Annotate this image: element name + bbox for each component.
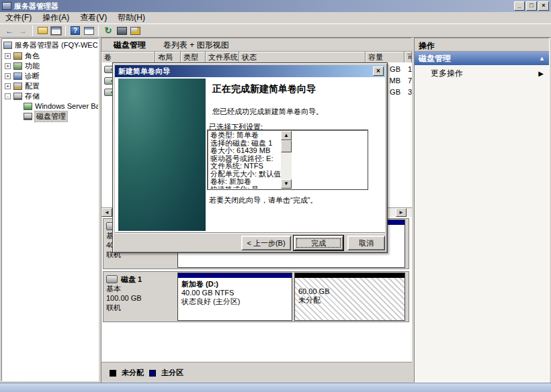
scroll-left-icon[interactable]: ◄ [101,208,112,217]
help-icon[interactable]: ? [69,26,81,36]
back-button[interactable]: < 上一步(B) [241,236,291,250]
menu-action[interactable]: 操作(A) [37,11,75,25]
tree-item-label: 存储 [25,91,40,101]
refresh-icon[interactable]: ↻ [102,26,114,36]
disk1-unallocated-space[interactable]: 60.00 GB 未分配 [294,273,405,321]
wizard-intro-text: 您已经成功完成新建简单卷向导。 [212,107,380,117]
dialog-button-strip: < 上一步(B) 完成 取消 [115,232,385,250]
listbox-scrollbar[interactable]: ▲ ▼ [281,131,292,189]
legend: 未分配 主分区 [101,362,412,383]
window-title: 服务器管理器 [14,1,513,11]
tree-item-roles[interactable]: + 角色 [5,51,40,60]
tree-item-features[interactable]: + 功能 [5,61,40,70]
dialog-title: 新建简单卷向导 [118,66,170,77]
legend-primary-swatch [149,370,156,377]
tree-item-diagnostics[interactable]: + 诊断 [5,71,40,81]
more-actions-item[interactable]: 更多操作 ▶ [415,65,549,81]
disk1-tier: 基本 [106,284,173,293]
diagnostics-icon [13,72,22,80]
column-layout[interactable]: 布局 [155,52,181,62]
features-icon [13,62,22,70]
view-header: 磁盘管理 卷列表 + 图形视图 [101,38,412,52]
finish-button[interactable]: 完成 [294,236,343,250]
wizard-footer-text: 若要关闭此向导，请单击“完成”。 [209,195,377,205]
partition-color-bar [295,273,405,278]
column-type[interactable]: 类型 [181,52,206,62]
expander-icon[interactable]: + [5,83,11,89]
menubar: 文件(F) 操作(A) 查看(V) 帮助(H) [0,12,551,24]
tree-item-disk-management[interactable]: 磁盘管理 [24,111,67,121]
toolbar-separator [65,26,66,36]
expander-icon[interactable]: - [5,93,11,99]
partition-size: 40.00 GB NTFS [181,289,288,297]
disk1-status: 联机 [106,303,173,312]
partition-status: 状态良好 (主分区) [181,297,288,306]
tree-item-configuration[interactable]: + 配置 [5,81,40,91]
show-window-icon[interactable] [83,26,95,36]
restore-button[interactable]: □ [526,1,537,11]
disk1-label[interactable]: 磁盘 1 基本 100.00 GB 联机 [103,272,176,322]
scrollbar-thumb[interactable] [281,140,292,152]
menu-help[interactable]: 帮助(H) [112,11,151,25]
column-filesystem[interactable]: 文件系统 [206,52,239,62]
actions-section-title: 磁盘管理 [419,53,451,64]
wizard-heading: 正在完成新建简单卷向导 [212,83,382,95]
unallocated-size: 60.00 GB [298,287,401,296]
new-simple-volume-wizard-dialog: 新建简单卷向导 × 正在完成新建简单卷向导 您已经成功完成新建简单卷向导。 已选… [112,62,388,253]
disk-icon [106,275,118,283]
actions-pane: 操作 磁盘管理 ▲ 更多操作 ▶ [414,38,550,383]
expander-icon[interactable]: + [5,73,11,79]
console-tree-icon[interactable] [50,26,62,36]
close-button[interactable]: × [538,1,549,11]
partition-color-bar [178,273,292,278]
column-capacity[interactable]: 容量 [366,52,405,62]
menu-view[interactable]: 查看(V) [75,11,112,25]
tree-item-windows-server-backup[interactable]: Windows Server Backup [24,101,99,111]
server-manager-window: 服务器管理器 _ □ × 文件(F) 操作(A) 查看(V) 帮助(H) ← →… [0,0,551,392]
actions-section-disk-management[interactable]: 磁盘管理 ▲ [415,52,549,65]
actions-header: 操作 [415,38,549,52]
expander-icon[interactable]: + [5,53,11,59]
column-status[interactable]: 状态 [239,52,366,62]
view-mode-label: 卷列表 + 图形视图 [163,40,229,51]
disk1-name: 磁盘 1 [121,275,142,284]
legend-unallocated-label: 未分配 [122,368,144,378]
up-folder-icon[interactable] [36,26,48,36]
tree-item-label: 磁盘管理 [35,111,67,121]
collapse-icon[interactable]: ▲ [539,55,545,62]
tree-item-label: 功能 [25,61,40,71]
disk1-partition-new-volume[interactable]: 新加卷 (D:) 40.00 GB NTFS 状态良好 (主分区) [177,273,292,321]
tree-root-server-manager[interactable]: 服务器管理器 (FQY-WECS) [3,40,99,50]
properties-icon[interactable] [116,26,128,36]
forward-icon[interactable]: → [17,26,29,36]
expander-icon[interactable]: + [5,63,11,69]
partition-title: 新加卷 (D:) [181,280,288,289]
disk1-size: 100.00 GB [106,293,173,303]
more-actions-label: 更多操作 [431,68,463,79]
app-icon [2,2,11,10]
disk-management-icon [24,113,32,120]
scroll-up-icon[interactable]: ▲ [281,131,292,140]
roles-icon [13,52,22,60]
backup-icon [24,103,32,110]
console-tree: 服务器管理器 (FQY-WECS) + 角色 + 功能 + 诊断 + 配置 - … [1,38,99,381]
view-title: 磁盘管理 [114,40,146,51]
cancel-button[interactable]: 取消 [347,236,385,250]
scroll-down-icon[interactable]: ▼ [281,179,292,189]
scroll-right-icon[interactable]: ► [396,208,407,217]
submenu-arrow-icon: ▶ [538,70,544,77]
status-bar [0,383,551,392]
column-volume[interactable]: 卷 [101,52,155,62]
dialog-close-icon[interactable]: × [373,66,384,76]
legend-unallocated-swatch [110,370,116,377]
menu-file[interactable]: 文件(F) [0,11,37,25]
back-icon[interactable]: ← [3,26,15,36]
legend-primary-label: 主分区 [161,368,183,378]
storage-icon [13,93,22,100]
toolbar: ← → ? ↻ [0,24,551,38]
tree-item-storage[interactable]: - 存储 [5,91,40,101]
settings-icon[interactable] [129,26,141,36]
minimize-button[interactable]: _ [514,1,525,11]
column-free[interactable]: 可 [405,52,412,62]
unallocated-label: 未分配 [298,296,401,305]
